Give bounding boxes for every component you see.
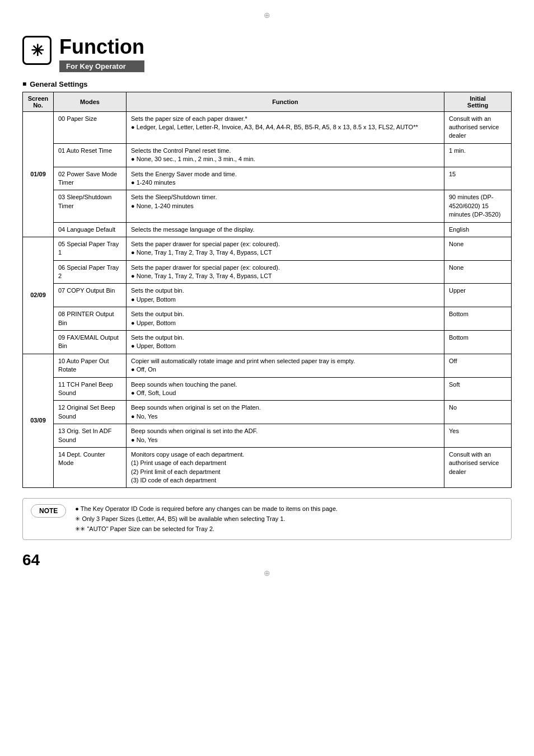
page-number: 64 xyxy=(22,551,512,569)
function-cell: Beep sounds when touching the panel.● Of… xyxy=(127,377,444,401)
function-cell: Monitors copy usage of each department.(… xyxy=(127,447,444,488)
col-header-initial: InitialSetting xyxy=(444,92,512,111)
modes-cell: 05 Special Paper Tray 1 xyxy=(54,237,127,260)
table-row: 03 Sleep/Shutdown TimerSets the Sleep/Sh… xyxy=(23,190,512,222)
initial-cell: Consult with an authorised service deale… xyxy=(444,447,512,488)
modes-cell: 06 Special Paper Tray 2 xyxy=(54,260,127,284)
col-header-function: Function xyxy=(127,92,444,111)
bottom-registration-mark: ⊕ xyxy=(22,569,512,577)
function-cell: Sets the output bin.● Upper, Bottom xyxy=(127,331,444,354)
page-wrapper: ⊕ ✳ Function For Key Operator General Se… xyxy=(22,11,512,577)
header-text-block: Function For Key Operator xyxy=(59,36,144,72)
function-icon: ✳ xyxy=(22,36,51,65)
modes-cell: 11 TCH Panel Beep Sound xyxy=(54,377,127,401)
note-section: NOTE ● The Key Operator ID Code is requi… xyxy=(22,498,512,540)
function-cell: Selects the message language of the disp… xyxy=(127,222,444,237)
table-row: 08 PRINTER Output BinSets the output bin… xyxy=(23,307,512,331)
table-row: 09 FAX/EMAIL Output BinSets the output b… xyxy=(23,331,512,354)
initial-cell: 90 minutes (DP-4520/6020) 15 minutes (DP… xyxy=(444,190,512,222)
col-header-modes: Modes xyxy=(54,92,127,111)
initial-cell: Upper xyxy=(444,284,512,307)
initial-cell: None xyxy=(444,260,512,284)
modes-cell: 14 Dept. Counter Mode xyxy=(54,447,127,488)
function-cell: Selects the Control Panel reset time.● N… xyxy=(127,143,444,167)
function-cell: Sets the paper drawer for special paper … xyxy=(127,260,444,284)
note-content: ● The Key Operator ID Code is required b… xyxy=(75,504,338,534)
modes-cell: 02 Power Save Mode Timer xyxy=(54,167,127,190)
initial-cell: None xyxy=(444,237,512,260)
note-badge: NOTE xyxy=(31,504,66,518)
initial-cell: 15 xyxy=(444,167,512,190)
initial-cell: Bottom xyxy=(444,331,512,354)
top-registration-mark: ⊕ xyxy=(22,11,512,19)
table-row: 01 Auto Reset TimeSelects the Control Pa… xyxy=(23,143,512,167)
table-row: 13 Orig. Set In ADF SoundBeep sounds whe… xyxy=(23,424,512,448)
table-row: 02 Power Save Mode TimerSets the Energy … xyxy=(23,167,512,190)
screen-no-cell: 01/09 xyxy=(23,111,54,237)
modes-cell: 00 Paper Size xyxy=(54,111,127,143)
function-cell: Sets the paper size of each paper drawer… xyxy=(127,111,444,143)
function-cell: Sets the output bin.● Upper, Bottom xyxy=(127,284,444,307)
function-cell: Sets the paper drawer for special paper … xyxy=(127,237,444,260)
modes-cell: 01 Auto Reset Time xyxy=(54,143,127,167)
table-row: 01/0900 Paper SizeSets the paper size of… xyxy=(23,111,512,143)
subtitle-bar: For Key Operator xyxy=(59,60,144,72)
modes-cell: 10 Auto Paper Out Rotate xyxy=(54,354,127,377)
function-cell: Beep sounds when original is set into th… xyxy=(127,424,444,448)
function-cell: Sets the Sleep/Shutdown timer.● None, 1-… xyxy=(127,190,444,222)
screen-no-cell: 03/09 xyxy=(23,354,54,488)
modes-cell: 13 Orig. Set In ADF Sound xyxy=(54,424,127,448)
table-row: 04 Language DefaultSelects the message l… xyxy=(23,222,512,237)
table-row: 03/0910 Auto Paper Out RotateCopier will… xyxy=(23,354,512,377)
table-row: 11 TCH Panel Beep SoundBeep sounds when … xyxy=(23,377,512,401)
modes-cell: 09 FAX/EMAIL Output Bin xyxy=(54,331,127,354)
function-cell: Sets the output bin.● Upper, Bottom xyxy=(127,307,444,331)
settings-table: Screen No. Modes Function InitialSetting… xyxy=(22,92,512,489)
initial-cell: Off xyxy=(444,354,512,377)
modes-cell: 08 PRINTER Output Bin xyxy=(54,307,127,331)
section-heading: General Settings xyxy=(22,80,512,88)
table-row: 14 Dept. Counter ModeMonitors copy usage… xyxy=(23,447,512,488)
modes-cell: 12 Original Set Beep Sound xyxy=(54,401,127,424)
initial-cell: 1 min. xyxy=(444,143,512,167)
initial-cell: English xyxy=(444,222,512,237)
table-row: 02/0905 Special Paper Tray 1Sets the pap… xyxy=(23,237,512,260)
table-row: 07 COPY Output BinSets the output bin.● … xyxy=(23,284,512,307)
modes-cell: 07 COPY Output Bin xyxy=(54,284,127,307)
initial-cell: Soft xyxy=(444,377,512,401)
header-area: ✳ Function For Key Operator xyxy=(22,36,512,72)
function-cell: Sets the Energy Saver mode and time.● 1-… xyxy=(127,167,444,190)
initial-cell: Consult with an authorised service deale… xyxy=(444,111,512,143)
function-title: Function xyxy=(59,36,144,58)
table-row: 06 Special Paper Tray 2Sets the paper dr… xyxy=(23,260,512,284)
modes-cell: 04 Language Default xyxy=(54,222,127,237)
function-cell: Beep sounds when original is set on the … xyxy=(127,401,444,424)
initial-cell: Yes xyxy=(444,424,512,448)
table-row: 12 Original Set Beep SoundBeep sounds wh… xyxy=(23,401,512,424)
icon-symbol: ✳ xyxy=(31,41,44,60)
col-header-screen-no: Screen No. xyxy=(23,92,54,111)
modes-cell: 03 Sleep/Shutdown Timer xyxy=(54,190,127,222)
function-cell: Copier will automatically rotate image a… xyxy=(127,354,444,377)
screen-no-cell: 02/09 xyxy=(23,237,54,354)
initial-cell: No xyxy=(444,401,512,424)
initial-cell: Bottom xyxy=(444,307,512,331)
